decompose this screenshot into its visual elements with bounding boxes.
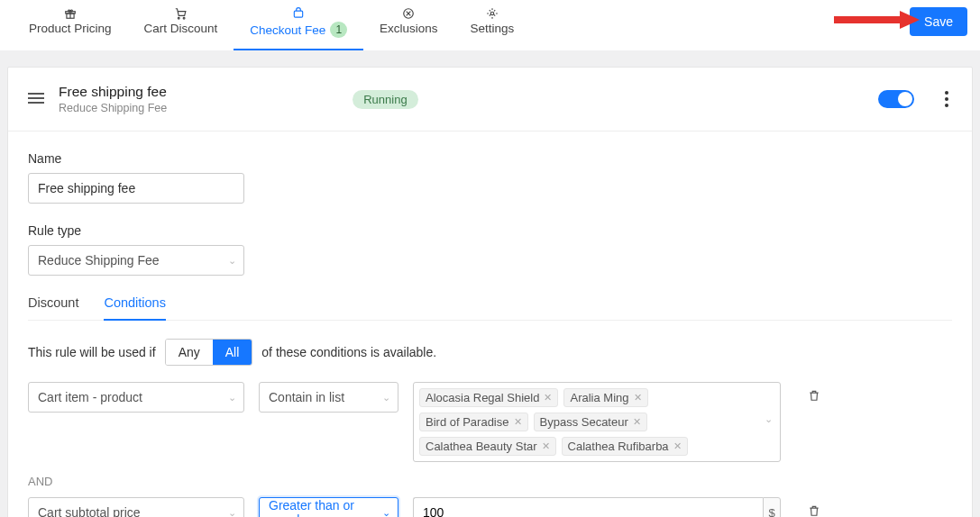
enable-toggle[interactable] [878, 90, 914, 108]
gift-icon [64, 7, 77, 20]
svg-point-4 [184, 17, 186, 19]
main-tabs: Product Pricing Cart Discount Checkout F… [13, 7, 530, 50]
tab-cart-discount[interactable]: Cart Discount [128, 7, 234, 50]
seg-all[interactable]: All [213, 340, 252, 365]
tab-label: Checkout Fee [250, 23, 325, 37]
rule-title: Free shipping fee [59, 84, 167, 100]
any-all-toggle: Any All [165, 339, 253, 366]
tag-remove-icon[interactable]: ✕ [542, 440, 550, 452]
tab-label: Product Pricing [29, 22, 112, 35]
status-badge: Running [353, 90, 417, 109]
rule-card: Free shipping fee Reduce Shipping Fee Ru… [7, 67, 973, 517]
tag-remove-icon[interactable]: ✕ [633, 416, 641, 428]
tag[interactable]: Calathea Beauty Star✕ [419, 437, 556, 456]
more-actions-button[interactable] [941, 87, 952, 111]
checkout-icon [292, 7, 305, 20]
tag-remove-icon[interactable]: ✕ [634, 392, 642, 404]
tag-remove-icon[interactable]: ✕ [673, 440, 682, 452]
chevron-down-icon: ⌄ [228, 507, 236, 518]
condition-row: Cart item - product ⌄ Contain in list ⌄ … [28, 382, 952, 462]
tag[interactable]: Aralia Ming✕ [563, 388, 647, 407]
tag-remove-icon[interactable]: ✕ [544, 392, 552, 404]
tab-settings[interactable]: Settings [454, 7, 531, 50]
subtab-conditions[interactable]: Conditions [104, 295, 166, 321]
cart-icon [174, 7, 187, 20]
name-label: Name [28, 151, 952, 166]
chevron-down-icon: ⌄ [765, 413, 773, 425]
tab-exclusions[interactable]: Exclusions [363, 7, 454, 50]
tag[interactable]: Calathea Rufibarba✕ [562, 437, 688, 456]
tag-remove-icon[interactable]: ✕ [514, 416, 522, 428]
svg-point-3 [179, 17, 180, 19]
delete-condition-button[interactable] [808, 382, 820, 405]
condition-row: Cart subtotal price ⌄ Greater than or eq… [28, 497, 952, 517]
chevron-down-icon: ⌄ [382, 392, 390, 404]
seg-any[interactable]: Any [166, 340, 213, 365]
ruletype-value: Reduce Shipping Fee [38, 253, 160, 268]
tab-label: Cart Discount [144, 22, 218, 35]
drag-handle-icon[interactable] [28, 90, 44, 109]
save-button[interactable]: Save [910, 7, 967, 36]
cond-operator-select[interactable]: Contain in list ⌄ [259, 382, 398, 413]
ruletype-label: Rule type [28, 223, 952, 238]
tab-label: Settings [471, 22, 515, 35]
currency-suffix: $ [763, 497, 781, 517]
chevron-down-icon: ⌄ [382, 507, 390, 518]
name-input[interactable] [28, 173, 244, 204]
tab-product-pricing[interactable]: Product Pricing [13, 7, 128, 50]
cond-value-input[interactable] [413, 497, 763, 517]
chevron-down-icon: ⌄ [228, 255, 236, 267]
chevron-down-icon: ⌄ [228, 392, 236, 404]
svg-point-9 [490, 12, 494, 15]
rule-subtitle: Reduce Shipping Fee [59, 102, 167, 114]
subtab-discount[interactable]: Discount [28, 295, 78, 321]
tab-badge: 1 [330, 22, 347, 38]
cond-field-select[interactable]: Cart subtotal price ⌄ [28, 497, 244, 517]
cond-sentence-post: of these conditions is available. [261, 345, 436, 359]
cond-operator-select[interactable]: Greater than or equal ⌄ [259, 497, 398, 517]
condition-joiner: AND [28, 475, 952, 488]
tag[interactable]: Alocasia Regal Shield✕ [419, 388, 558, 407]
tab-checkout-fee[interactable]: Checkout Fee 1 [234, 7, 363, 50]
gear-icon [486, 7, 499, 20]
cond-sentence-pre: This rule will be used if [28, 345, 156, 359]
tag[interactable]: Bird of Paradise✕ [419, 413, 528, 431]
cond-field-select[interactable]: Cart item - product ⌄ [28, 382, 244, 413]
exclusion-icon [402, 7, 415, 20]
cond-value-tags[interactable]: Alocasia Regal Shield✕ Aralia Ming✕ Bird… [413, 382, 781, 462]
svg-rect-5 [295, 11, 303, 17]
tag[interactable]: Bypass Secateur✕ [534, 413, 647, 431]
ruletype-select[interactable]: Reduce Shipping Fee ⌄ [28, 245, 244, 276]
tab-label: Exclusions [380, 22, 438, 35]
delete-condition-button[interactable] [808, 497, 820, 517]
